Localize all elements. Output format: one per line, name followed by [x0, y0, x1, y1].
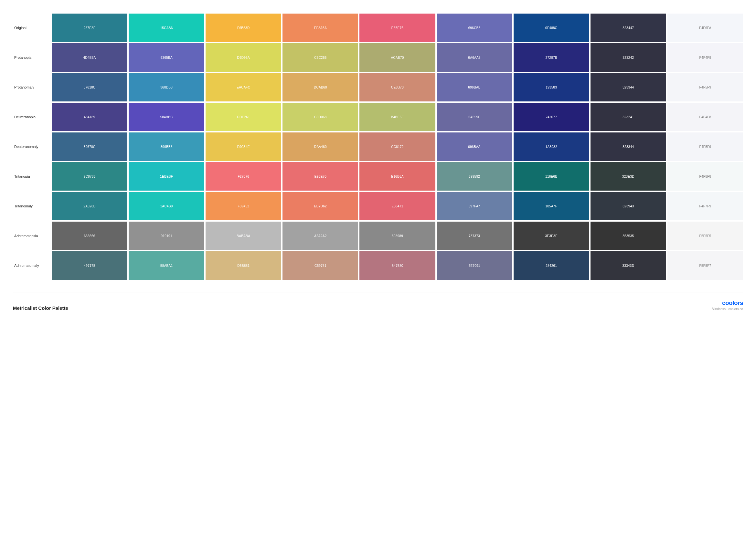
footer-brand-block: coolors Blindness · coolors.co — [712, 299, 743, 311]
color-swatch[interactable]: 737373 — [437, 222, 512, 250]
color-swatch[interactable]: A2A2A2 — [283, 222, 358, 250]
color-swatch[interactable]: BABABA — [205, 222, 281, 250]
color-swatch[interactable]: 353535 — [590, 222, 666, 250]
color-swatch[interactable]: F27076 — [205, 162, 281, 191]
color-swatch[interactable]: 6E7091 — [437, 251, 512, 280]
color-swatch[interactable]: 2C8786 — [52, 162, 127, 191]
color-swatch[interactable]: C9D068 — [283, 103, 358, 131]
color-swatch[interactable]: 323241 — [590, 103, 666, 131]
row-label: Original — [13, 13, 52, 42]
color-swatch[interactable]: 15CAB6 — [129, 13, 204, 42]
color-swatch[interactable]: 696BAB — [437, 73, 512, 101]
color-swatch[interactable]: F4F7F9 — [667, 192, 743, 220]
swatch-strip: 49717858ABA1D5B881C59781B475806E70912842… — [52, 251, 743, 280]
color-swatch[interactable]: EB7D62 — [283, 192, 358, 220]
row-label: Achromatopsia — [13, 222, 52, 250]
color-swatch[interactable]: 919191 — [129, 222, 204, 250]
color-swatch[interactable]: F4F5F9 — [667, 73, 743, 101]
color-swatch[interactable]: F4F6FA — [667, 13, 743, 42]
color-swatch[interactable]: E96E70 — [283, 162, 358, 191]
color-swatch[interactable]: 323447 — [590, 13, 666, 42]
palette-row: Protanomaly37618C368DB8EACA4CDCAB60CE8B7… — [13, 73, 743, 101]
color-swatch[interactable]: D9D95A — [205, 43, 281, 72]
color-swatch[interactable]: F4F5F9 — [667, 133, 743, 161]
color-swatch[interactable]: 666666 — [52, 222, 127, 250]
color-swatch[interactable]: 6365BA — [129, 43, 204, 72]
color-swatch[interactable]: 898989 — [360, 222, 435, 250]
color-swatch[interactable]: C3C265 — [283, 43, 358, 72]
color-swatch[interactable]: 6A6AA3 — [437, 43, 512, 72]
color-swatch[interactable]: 284261 — [514, 251, 589, 280]
color-swatch[interactable]: F4F8F8 — [667, 162, 743, 191]
color-swatch[interactable]: 193583 — [514, 73, 589, 101]
palette-row: Protanopia4D4E8A6365BAD9D95AC3C265ACAB70… — [13, 43, 743, 72]
color-swatch[interactable]: CC8172 — [360, 133, 435, 161]
color-swatch[interactable]: 1EBEBF — [129, 162, 204, 191]
color-swatch[interactable]: 699592 — [437, 162, 512, 191]
color-swatch[interactable]: F4F4F9 — [667, 43, 743, 72]
color-swatch[interactable]: 399BB8 — [129, 133, 204, 161]
color-swatch[interactable]: 6A699F — [437, 103, 512, 131]
color-swatch[interactable]: 4D4E8A — [52, 43, 127, 72]
color-swatch[interactable]: 3E3E3E — [514, 222, 589, 250]
color-swatch[interactable]: D5B881 — [205, 251, 281, 280]
color-swatch[interactable]: CE8B73 — [360, 73, 435, 101]
color-swatch[interactable]: EACA4C — [205, 73, 281, 101]
color-swatch[interactable]: 27287B — [514, 43, 589, 72]
swatch-strip: 666666919191BABABAA2A2A28989897373733E3E… — [52, 222, 743, 250]
color-swatch[interactable]: 323242 — [590, 43, 666, 72]
color-swatch[interactable]: F4F4F8 — [667, 103, 743, 131]
color-swatch[interactable]: F39452 — [205, 192, 281, 220]
color-swatch[interactable]: 497178 — [52, 251, 127, 280]
palette-row: Achromatomaly49717858ABA1D5B881C59781B47… — [13, 251, 743, 280]
color-swatch[interactable]: DDE261 — [205, 103, 281, 131]
color-swatch[interactable]: B4BE6E — [360, 103, 435, 131]
color-swatch[interactable]: 242077 — [514, 103, 589, 131]
color-swatch[interactable]: 1A3982 — [514, 133, 589, 161]
color-swatch[interactable]: 697FA7 — [437, 192, 512, 220]
color-swatch[interactable]: 105A7F — [514, 192, 589, 220]
row-label: Protanomaly — [13, 73, 52, 101]
swatch-strip: 2A828B1AC4B9F39452EB7D62E36471697FA7105A… — [52, 192, 743, 220]
color-swatch[interactable]: ACAB70 — [360, 43, 435, 72]
row-label: Protanopia — [13, 43, 52, 72]
color-swatch[interactable]: EF8A5A — [283, 13, 358, 42]
color-swatch[interactable]: F6B53D — [205, 13, 281, 42]
page-title: Metricalist Color Palette — [13, 305, 68, 311]
color-swatch[interactable]: DAA460 — [283, 133, 358, 161]
color-swatch[interactable]: 584BBC — [129, 103, 204, 131]
color-swatch[interactable]: 368DB8 — [129, 73, 204, 101]
row-label: Deuteranopia — [13, 103, 52, 131]
color-swatch[interactable]: E9C54E — [205, 133, 281, 161]
color-swatch[interactable]: 696CB5 — [437, 13, 512, 42]
color-swatch[interactable]: 2A828B — [52, 192, 127, 220]
color-swatch[interactable]: 37618C — [52, 73, 127, 101]
color-swatch[interactable]: F5F5F7 — [667, 251, 743, 280]
row-label: Deuteranomaly — [13, 133, 52, 161]
palette-row: Tritanopia2C87861EBEBFF27076E96E70E16B6A… — [13, 162, 743, 191]
color-swatch[interactable]: 696BAA — [437, 133, 512, 161]
palette-row: Deuteranomaly39678C399BB8E9C54EDAA460CC8… — [13, 133, 743, 161]
color-swatch[interactable]: 484189 — [52, 103, 127, 131]
color-swatch[interactable]: 1AC4B9 — [129, 192, 204, 220]
color-swatch[interactable]: 58ABA1 — [129, 251, 204, 280]
color-swatch[interactable]: E16B6A — [360, 162, 435, 191]
row-label: Tritanopia — [13, 162, 52, 191]
color-swatch[interactable]: 287E8F — [52, 13, 127, 42]
color-swatch[interactable]: F5F5F5 — [667, 222, 743, 250]
brand-logo[interactable]: coolors — [712, 299, 743, 307]
color-swatch[interactable]: 323344 — [590, 73, 666, 101]
color-swatch[interactable]: DCAB60 — [283, 73, 358, 101]
swatch-strip: 39678C399BB8E9C54EDAA460CC8172696BAA1A39… — [52, 133, 743, 161]
color-swatch[interactable]: 323E3D — [590, 162, 666, 191]
color-swatch[interactable]: 0F488C — [514, 13, 589, 42]
color-swatch[interactable]: C59781 — [283, 251, 358, 280]
color-swatch[interactable]: E85E76 — [360, 13, 435, 42]
color-swatch[interactable]: B47580 — [360, 251, 435, 280]
color-swatch[interactable]: 323344 — [590, 133, 666, 161]
color-swatch[interactable]: 39678C — [52, 133, 127, 161]
color-swatch[interactable]: E36471 — [360, 192, 435, 220]
color-swatch[interactable]: 116E6B — [514, 162, 589, 191]
color-swatch[interactable]: 323943 — [590, 192, 666, 220]
color-swatch[interactable]: 33343D — [590, 251, 666, 280]
